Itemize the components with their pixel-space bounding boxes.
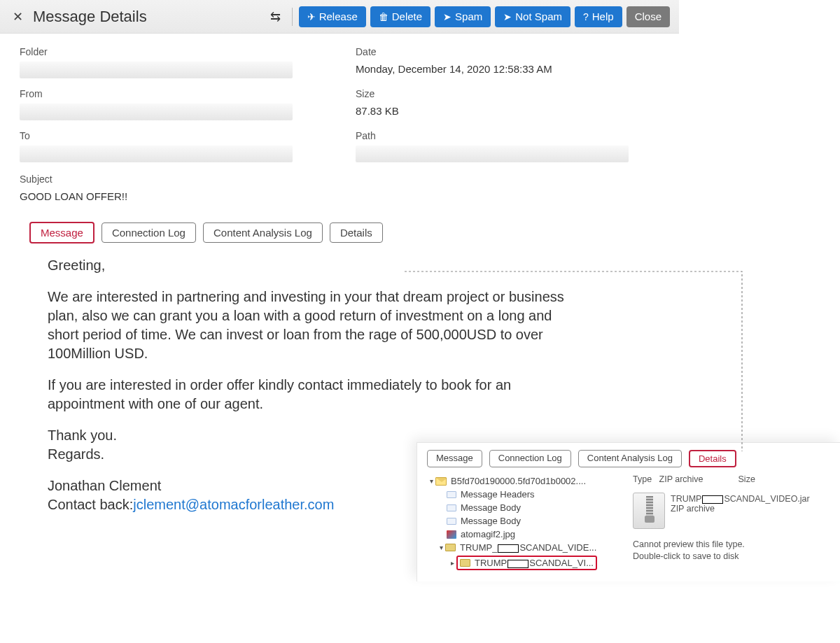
flag-icon: ➤ [503, 11, 512, 22]
caret-down-icon[interactable]: ▾ [437, 544, 445, 551]
image-icon [447, 530, 456, 539]
flag-icon: ➤ [443, 11, 451, 22]
redacted-box [507, 560, 528, 568]
close-icon[interactable]: ✕ [7, 6, 29, 27]
envelope-icon [447, 518, 456, 525]
inset-tab-message[interactable]: Message [427, 450, 482, 467]
envelope-icon [447, 504, 456, 511]
date-value: Monday, December 14, 2020 12:58:33 AM [356, 62, 678, 75]
zip-icon[interactable] [633, 493, 665, 529]
spam-label: Spam [455, 10, 482, 22]
path-value-redacted [356, 146, 629, 162]
inset-tabs: Message Connection Log Content Analysis … [427, 450, 832, 467]
tree-body-2-label: Message Body [461, 516, 521, 526]
folder-icon [460, 559, 470, 567]
tab-connection-log[interactable]: Connection Log [102, 222, 196, 243]
folder-label: Folder [20, 46, 342, 57]
tree-archive-child-label: TRUMPSCANDAL_VI... [475, 558, 594, 568]
size-value: 87.83 KB [356, 104, 678, 117]
subject-label: Subject [20, 174, 672, 185]
page-title: Message Details [33, 8, 147, 26]
tree-body-2[interactable]: Message Body [427, 514, 630, 528]
to-value-redacted [20, 146, 293, 162]
no-preview-text: Cannot preview this file type. Double-cl… [633, 536, 832, 563]
notspam-label: Not Spam [515, 10, 562, 22]
spam-button[interactable]: ➤Spam [435, 6, 491, 27]
attachment-subtype: ZIP archive [671, 504, 715, 514]
size-label: Size [356, 88, 678, 99]
tab-content-analysis-log[interactable]: Content Analysis Log [203, 222, 323, 243]
tree-image[interactable]: atomagif2.jpg [427, 528, 630, 541]
tree-root[interactable]: ▾ B5fd70d190000.5fd70d1b0002.... [427, 474, 630, 488]
path-field: Path [356, 130, 678, 162]
tree-headers[interactable]: Message Headers [427, 488, 630, 501]
trash-icon: 🗑 [379, 11, 388, 22]
release-button[interactable]: ✈Release [299, 6, 366, 27]
to-label: To [20, 130, 342, 141]
detail-tabs: Message Connection Log Content Analysis … [29, 222, 672, 243]
tree-body-1-label: Message Body [461, 502, 521, 513]
separator [292, 8, 293, 26]
tree-archive-label: TRUMP_SCANDAL_VIDE... [460, 542, 596, 553]
expand-icon[interactable]: ⇆ [263, 9, 288, 24]
attachment-info: Type ZIP archive Size TRUMPSCANDAL_VIDEO… [630, 474, 832, 572]
date-label: Date [356, 46, 678, 57]
close-label: Close [635, 10, 662, 22]
topbar: ✕ Message Details ⇆ ✈Release 🗑Delete ➤Sp… [0, 0, 679, 34]
to-field: To [20, 130, 342, 162]
delete-button[interactable]: 🗑Delete [370, 6, 430, 27]
redacted-box [702, 495, 723, 504]
body-p1: We are interested in partnering and inve… [48, 288, 566, 363]
close-button[interactable]: Close [626, 6, 670, 27]
contact-prefix: Contact back: [48, 497, 133, 512]
help-icon: ? [583, 11, 589, 22]
tree-body-1[interactable]: Message Body [427, 501, 630, 514]
details-inset-panel: Message Connection Log Content Analysis … [416, 442, 840, 581]
path-label: Path [356, 130, 678, 141]
body-p2: If you are interested in order offer kin… [48, 376, 566, 414]
info-type: Type ZIP archive [633, 474, 704, 484]
caret-right-icon[interactable]: ▸ [448, 559, 456, 567]
inset-tab-connection-log[interactable]: Connection Log [489, 450, 571, 467]
folder-icon [445, 544, 456, 551]
help-button[interactable]: ?Help [575, 6, 622, 27]
subject-field: Subject GOOD LOAN OFFER!! [20, 174, 672, 202]
tree-headers-label: Message Headers [461, 489, 535, 500]
redacted-box [498, 544, 519, 553]
tree-image-label: atomagif2.jpg [461, 529, 515, 539]
inset-tab-content-analysis-log[interactable]: Content Analysis Log [578, 450, 682, 467]
date-field: Date Monday, December 14, 2020 12:58:33 … [356, 46, 678, 78]
send-icon: ✈ [307, 11, 316, 22]
tab-message[interactable]: Message [29, 222, 94, 243]
inset-tab-details[interactable]: Details [689, 450, 736, 467]
from-field: From [20, 88, 342, 120]
envelope-icon [447, 491, 456, 498]
size-field: Size 87.83 KB [356, 88, 678, 120]
contact-email-link[interactable]: jclement@atomacforleather.com [133, 497, 334, 512]
help-label: Help [592, 10, 614, 22]
info-size-label: Size [738, 474, 755, 484]
attachment-tree: ▾ B5fd70d190000.5fd70d1b0002.... Message… [427, 474, 630, 572]
delete-label: Delete [392, 10, 422, 22]
from-value-redacted [20, 104, 293, 120]
release-label: Release [319, 10, 358, 22]
tree-archive-child[interactable]: ▸ TRUMPSCANDAL_VI... [427, 554, 630, 572]
from-label: From [20, 88, 342, 99]
subject-value: GOOD LOAN OFFER!! [20, 189, 672, 202]
tree-archive[interactable]: ▾ TRUMP_SCANDAL_VIDE... [427, 541, 630, 554]
tree-root-label: B5fd70d190000.5fd70d1b0002.... [451, 476, 586, 486]
envelope-icon [435, 477, 447, 486]
caret-down-icon[interactable]: ▾ [427, 477, 435, 485]
tab-details[interactable]: Details [330, 222, 383, 243]
folder-value-redacted [20, 62, 293, 78]
body-greeting: Greeting, [48, 256, 566, 275]
notspam-button[interactable]: ➤Not Spam [495, 6, 570, 27]
folder-field: Folder [20, 46, 342, 78]
highlighted-item: TRUMPSCANDAL_VI... [456, 556, 597, 570]
